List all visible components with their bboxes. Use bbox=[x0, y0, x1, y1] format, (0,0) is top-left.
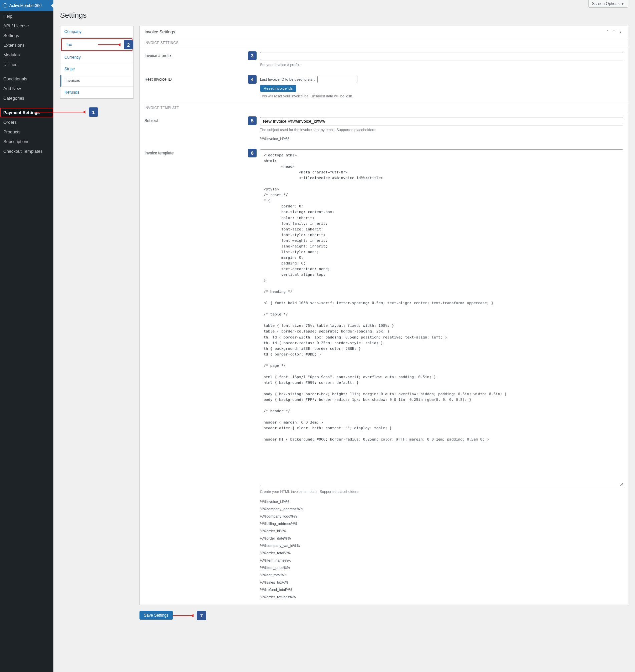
sidebar-item-checkout-templates[interactable]: Checkout Templates bbox=[0, 147, 53, 156]
settings-tabs: Company Tax 2 Currency Stripe Invoices R… bbox=[60, 26, 133, 99]
invoice-template-textarea[interactable] bbox=[260, 150, 623, 486]
annotation-badge-4: 4 bbox=[248, 75, 257, 84]
tab-company[interactable]: Company bbox=[60, 26, 133, 38]
sidebar-item-conditionals[interactable]: Conditionals bbox=[0, 74, 53, 84]
collapse-menu-icon bbox=[51, 3, 54, 8]
section-invoice-settings: INVOICE SETTINGS bbox=[140, 38, 628, 48]
placeholder-item: %%billing_address%% bbox=[260, 520, 623, 527]
chevron-down-icon[interactable]: ˅ bbox=[611, 30, 617, 35]
annotation-highlight-1: Payment Settings bbox=[0, 108, 53, 117]
sidebar-item-utilities[interactable]: Utilities bbox=[0, 60, 53, 69]
placeholder-item: %%company_logo%% bbox=[260, 513, 623, 520]
sidebar-separator bbox=[0, 103, 53, 108]
sidebar-item-categories[interactable]: Categories bbox=[0, 93, 53, 103]
placeholder-item: %%order_refunds%% bbox=[260, 593, 623, 601]
panel-controls: ˄ ˅ ▴ bbox=[605, 29, 623, 35]
annotation-badge-2: 2 bbox=[124, 40, 133, 49]
page-title: Settings bbox=[60, 11, 628, 20]
placeholder-item: %%order_date%% bbox=[260, 535, 623, 542]
chevron-up-icon[interactable]: ˄ bbox=[605, 30, 610, 35]
sidebar-payment-settings-wrap: Payment Settings 1 bbox=[0, 108, 53, 117]
subject-input[interactable] bbox=[260, 117, 623, 126]
screen-options-bar: Screen Options ▼ bbox=[60, 0, 628, 8]
help-invoice-prefix: Set your invoice # prefix. bbox=[260, 62, 623, 68]
sidebar-item-add-new[interactable]: Add New bbox=[0, 84, 53, 93]
sidebar-item-help[interactable]: Help bbox=[0, 12, 53, 21]
placeholder-item: %%company_vat_id%% bbox=[260, 542, 623, 549]
placeholder-item: %%refund_total%% bbox=[260, 586, 623, 593]
sidebar-item-settings[interactable]: Settings bbox=[0, 31, 53, 40]
brand-label: ActiveMember360 bbox=[9, 3, 42, 8]
admin-sidebar: ActiveMember360 Help API / License Setti… bbox=[0, 0, 53, 633]
template-placeholders: %%invoice_id%% %%company_address%% %%com… bbox=[260, 498, 623, 601]
placeholder-item: %%sales_tax%% bbox=[260, 579, 623, 586]
brand-icon bbox=[3, 3, 7, 8]
annotation-arrow-2 bbox=[98, 44, 120, 45]
sidebar-item-products[interactable]: Products bbox=[0, 127, 53, 137]
label-invoice-prefix: Invoice # prefix bbox=[145, 52, 245, 68]
annotation-badge-6: 6 bbox=[248, 149, 257, 157]
last-invoice-id-input[interactable] bbox=[318, 76, 357, 83]
tab-stripe[interactable]: Stripe bbox=[60, 63, 133, 75]
panel-title: Invoice Settings bbox=[145, 29, 175, 35]
panel-header: Invoice Settings ˄ ˅ ▴ bbox=[140, 26, 628, 38]
row-reset-invoice: Rest Invoice ID 4 Last Invoice ID to be … bbox=[140, 72, 628, 103]
placeholder-item: %%item_name%% bbox=[260, 557, 623, 564]
annotation-arrow-1 bbox=[35, 112, 85, 112]
row-invoice-prefix: Invoice # prefix 3 Set your invoice # pr… bbox=[140, 48, 628, 72]
screen-options-toggle[interactable]: Screen Options ▼ bbox=[588, 0, 628, 8]
annotation-arrow-7 bbox=[173, 615, 193, 616]
sidebar-separator bbox=[0, 69, 53, 74]
sidebar-item-subscriptions[interactable]: Subscriptions bbox=[0, 137, 53, 147]
help-invoice-template: Create your HTML invoice template. Suppo… bbox=[260, 489, 623, 495]
label-subject: Subject bbox=[145, 117, 245, 141]
help-subject: The subject used for the invoice sent by… bbox=[260, 127, 623, 133]
tab-tax-wrap: Tax 2 bbox=[60, 38, 133, 51]
settings-content: Invoice Settings ˄ ˅ ▴ INVOICE SETTINGS … bbox=[139, 26, 628, 620]
caret-up-icon[interactable]: ▴ bbox=[618, 30, 623, 35]
row-invoice-template: Invoice template 6 Create your HTML invo… bbox=[140, 145, 628, 605]
row-subject: Subject 5 The subject used for the invoi… bbox=[140, 113, 628, 145]
save-settings-button[interactable]: Save Settings bbox=[139, 611, 173, 620]
placeholder-item: %%item_price%% bbox=[260, 564, 623, 571]
placeholder-item: %%company_address%% bbox=[260, 505, 623, 513]
annotation-badge-3: 3 bbox=[248, 51, 257, 60]
help-reset-invoice: This will reset your invoice ids. Unsave… bbox=[260, 93, 623, 99]
annotation-badge-1: 1 bbox=[89, 107, 98, 117]
placeholder-item: %%net_total%% bbox=[260, 571, 623, 579]
placeholder-item: %%order_id%% bbox=[260, 527, 623, 535]
tab-tax[interactable]: Tax bbox=[61, 38, 132, 51]
reset-invoice-ids-button[interactable]: Reset invoice ids bbox=[260, 85, 296, 92]
tab-refunds[interactable]: Refunds bbox=[60, 87, 133, 98]
sidebar-item-orders[interactable]: Orders bbox=[0, 117, 53, 127]
invoice-settings-panel: Invoice Settings ˄ ˅ ▴ INVOICE SETTINGS … bbox=[139, 26, 628, 605]
save-row: Save Settings 7 bbox=[139, 611, 628, 620]
label-reset-invoice: Rest Invoice ID bbox=[145, 76, 245, 99]
sidebar-item-api-license[interactable]: API / License bbox=[0, 21, 53, 31]
section-invoice-template: INVOICE TEMPLATE bbox=[140, 103, 628, 113]
sidebar-item-extensions[interactable]: Extensions bbox=[0, 40, 53, 50]
tab-invoices[interactable]: Invoices bbox=[60, 75, 133, 87]
placeholder-item: %%invoice_id%% bbox=[260, 498, 623, 505]
main-content: Screen Options ▼ Settings Company Tax 2 … bbox=[53, 0, 635, 633]
placeholder-item: %%order_total%% bbox=[260, 549, 623, 557]
label-invoice-template: Invoice template bbox=[145, 150, 245, 601]
tab-currency[interactable]: Currency bbox=[60, 52, 133, 63]
annotation-badge-7: 7 bbox=[197, 611, 206, 620]
sidebar-item-modules[interactable]: Modules bbox=[0, 50, 53, 60]
subject-placeholder-item: %%invoice_id%% bbox=[260, 136, 623, 142]
invoice-prefix-input[interactable] bbox=[260, 52, 623, 60]
annotation-badge-5: 5 bbox=[248, 116, 257, 125]
sidebar-item-payment-settings[interactable]: Payment Settings bbox=[1, 108, 53, 117]
label-last-invoice-id: Last Invoice ID to be used to start bbox=[260, 77, 315, 81]
sidebar-brand[interactable]: ActiveMember360 bbox=[0, 0, 53, 12]
